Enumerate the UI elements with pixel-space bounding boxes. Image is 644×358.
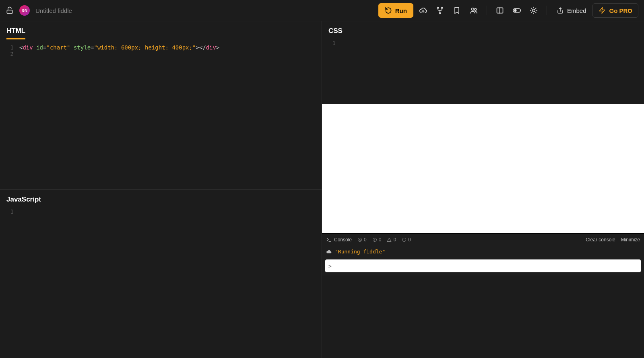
svg-marker-19 bbox=[600, 8, 605, 14]
run-button[interactable]: Run bbox=[378, 3, 413, 18]
bookmark-icon bbox=[453, 6, 461, 14]
minimize-console-button[interactable]: Minimize bbox=[621, 237, 640, 243]
gutter: 1 bbox=[322, 40, 341, 46]
go-pro-label: Go PRO bbox=[609, 7, 632, 14]
save-cloud-button[interactable] bbox=[416, 3, 430, 18]
collaborate-button[interactable] bbox=[466, 3, 481, 18]
toggle-icon bbox=[512, 6, 521, 15]
gutter: 1 bbox=[0, 208, 19, 215]
preview-frame[interactable] bbox=[322, 104, 644, 233]
js-editor[interactable]: 1 bbox=[0, 206, 322, 215]
fiddle-title[interactable]: Untitled fiddle bbox=[35, 7, 72, 14]
sun-icon bbox=[530, 6, 538, 14]
pane-css-title[interactable]: CSS bbox=[328, 27, 343, 35]
clear-console-button[interactable]: Clear console bbox=[586, 237, 615, 243]
info-icon bbox=[372, 237, 377, 242]
embed-button[interactable]: Embed bbox=[553, 3, 590, 18]
layout-button[interactable] bbox=[493, 3, 507, 18]
divider bbox=[547, 6, 547, 15]
fork-icon bbox=[436, 6, 444, 14]
run-label: Run bbox=[395, 7, 407, 14]
svg-point-27 bbox=[402, 238, 406, 242]
cloud-up-icon bbox=[419, 6, 427, 14]
go-pro-button[interactable]: Go PRO bbox=[592, 3, 638, 18]
svg-line-18 bbox=[536, 8, 536, 8]
pane-html-header: HTML bbox=[0, 21, 322, 42]
workspace: HTML 1 <div id="chart" style="width: 600… bbox=[0, 21, 644, 358]
divider bbox=[487, 6, 487, 15]
svg-point-4 bbox=[472, 8, 474, 10]
svg-point-5 bbox=[475, 8, 477, 10]
pane-html: HTML 1 <div id="chart" style="width: 600… bbox=[0, 21, 322, 190]
avatar[interactable]: GN bbox=[19, 5, 30, 16]
svg-line-13 bbox=[531, 8, 532, 8]
warning-count: 0 bbox=[387, 237, 396, 243]
header-right: Run Embed Go PRO bbox=[378, 3, 638, 18]
pane-js: JavaScript 1 bbox=[0, 190, 322, 358]
info-count: 0 bbox=[372, 237, 382, 243]
pane-js-title[interactable]: JavaScript bbox=[6, 195, 41, 204]
svg-rect-0 bbox=[7, 10, 12, 13]
svg-point-10 bbox=[533, 9, 535, 12]
pane-css: CSS 1 bbox=[322, 21, 644, 104]
cloud-icon bbox=[326, 249, 332, 255]
log-icon bbox=[402, 237, 407, 242]
gutter: 2 bbox=[0, 51, 19, 57]
svg-rect-6 bbox=[497, 8, 503, 13]
console-body: "Running fiddle" >_ bbox=[322, 246, 644, 276]
lightning-icon bbox=[599, 7, 606, 14]
code-line: <div id="chart" style="width: 600px; hei… bbox=[19, 44, 219, 51]
share-icon bbox=[557, 7, 564, 14]
log-count: 0 bbox=[402, 237, 411, 243]
header-left: GN Untitled fiddle bbox=[6, 5, 72, 16]
prompt-icon: >_ bbox=[328, 263, 335, 269]
terminal-icon bbox=[326, 237, 332, 243]
console-label-text: Console bbox=[334, 237, 352, 243]
log-message: "Running fiddle" bbox=[335, 249, 385, 255]
svg-point-9 bbox=[514, 10, 516, 12]
fork-button[interactable] bbox=[433, 3, 447, 18]
pane-html-title[interactable]: HTML bbox=[6, 27, 25, 39]
error-count: 0 bbox=[357, 237, 367, 243]
console-input-wrap[interactable]: >_ bbox=[325, 259, 641, 272]
collection-button[interactable] bbox=[450, 3, 464, 18]
theme-button[interactable] bbox=[526, 3, 541, 18]
error-icon bbox=[357, 237, 362, 242]
header-bar: GN Untitled fiddle Run bbox=[0, 0, 644, 21]
css-editor[interactable]: 1 bbox=[322, 37, 644, 46]
pane-css-header: CSS bbox=[322, 21, 644, 37]
pane-js-header: JavaScript bbox=[0, 190, 322, 206]
console-label[interactable]: Console bbox=[326, 237, 352, 243]
console-bar: Console 0 0 0 0 Cl bbox=[322, 234, 644, 246]
svg-line-14 bbox=[536, 12, 536, 13]
layout-icon bbox=[496, 6, 504, 14]
toggle-button[interactable] bbox=[510, 3, 524, 18]
console-panel: Console 0 0 0 0 Cl bbox=[322, 233, 644, 276]
users-icon bbox=[470, 6, 478, 14]
warning-icon bbox=[387, 237, 392, 242]
svg-point-26 bbox=[374, 239, 375, 239]
pane-right-filler bbox=[322, 276, 644, 358]
lock-icon[interactable] bbox=[6, 6, 14, 14]
html-editor[interactable]: 1 <div id="chart" style="width: 600px; h… bbox=[0, 42, 322, 57]
run-icon bbox=[385, 7, 392, 14]
embed-label: Embed bbox=[567, 7, 586, 14]
pane-right: CSS 1 Console 0 bbox=[322, 21, 644, 358]
gutter: 1 bbox=[0, 44, 19, 51]
svg-line-17 bbox=[531, 12, 532, 13]
console-input[interactable] bbox=[337, 263, 638, 269]
console-log-line: "Running fiddle" bbox=[322, 246, 644, 257]
